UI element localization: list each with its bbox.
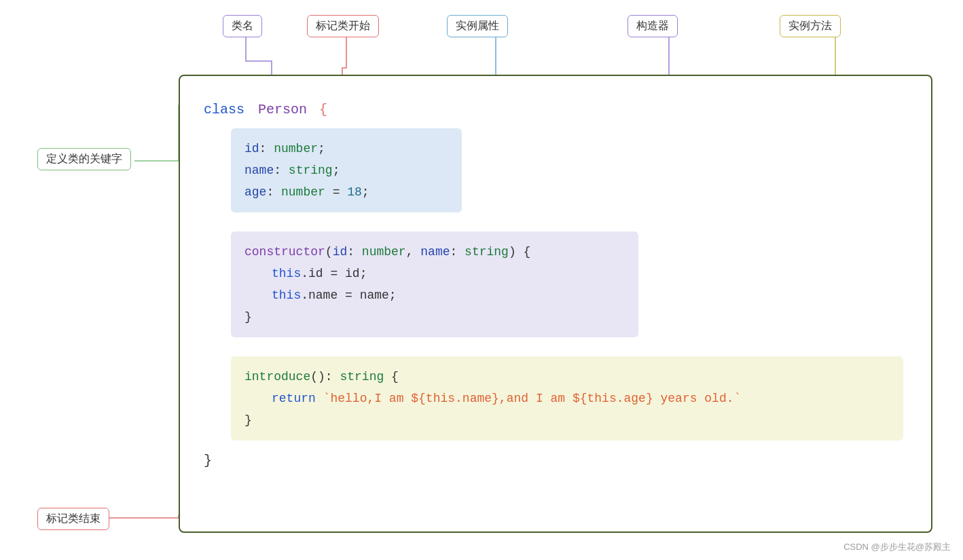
prop-name: name: string; xyxy=(244,160,448,181)
this-name-line: this.name = name; xyxy=(244,284,625,306)
label-class-name: 类名 xyxy=(223,15,262,37)
method-sig-line: introduce(): string { xyxy=(244,366,890,388)
label-class-keyword: 定义类的关键字 xyxy=(37,148,131,170)
method-close-line: } xyxy=(244,409,890,431)
class-name-token: Person xyxy=(258,102,307,117)
label-class-start: 标记类开始 xyxy=(307,15,379,37)
label-class-end: 标记类结束 xyxy=(37,508,109,530)
label-instance-method: 实例方法 xyxy=(780,15,841,37)
class-line: class Person { xyxy=(204,96,907,123)
kw-class: class xyxy=(204,102,244,117)
instance-props-block: id: number; name: string; age: number = … xyxy=(231,128,462,212)
class-open-brace: { xyxy=(319,102,327,117)
prop-age: age: number = 18; xyxy=(244,181,448,203)
label-instance-prop: 实例属性 xyxy=(447,15,508,37)
prop-id: id: number; xyxy=(244,138,448,160)
this-id-line: this.id = id; xyxy=(244,263,625,284)
constructor-sig-line: constructor(id: number, name: string) { xyxy=(244,241,625,263)
diagram-container: 定义类的关键字 类名 标记类开始 实例属性 构造器 实例方法 标记类结束 cla… xyxy=(0,0,963,560)
return-line: return `hello,I am ${this.name},and I am… xyxy=(244,388,890,409)
watermark: CSDN @步步生花@苏殿主 xyxy=(843,541,951,553)
constructor-close-line: } xyxy=(244,306,625,328)
method-block: introduce(): string { return `hello,I am… xyxy=(231,356,903,441)
main-code-box: class Person { id: number; name: string;… xyxy=(179,75,932,533)
label-constructor: 构造器 xyxy=(628,15,678,37)
class-close-brace: } xyxy=(204,453,907,468)
constructor-block: constructor(id: number, name: string) { … xyxy=(231,231,638,337)
